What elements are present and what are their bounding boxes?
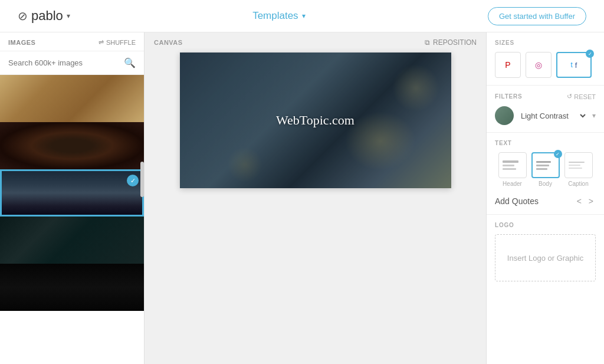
text-label: TEXT <box>495 140 596 146</box>
scrollbar-thumb[interactable] <box>140 162 144 197</box>
reset-icon: ↺ <box>567 93 572 100</box>
header-text-icon <box>498 152 527 178</box>
header-text-button[interactable]: Header <box>498 152 527 187</box>
canvas-image[interactable]: WebTopic.com <box>180 53 451 188</box>
header-label: Header <box>503 181 522 187</box>
panel-tabs: IMAGES ⇌ SHUFFLE <box>0 32 144 51</box>
templates-label: Templates <box>252 10 298 22</box>
selected-badge: ✓ <box>127 175 139 186</box>
search-icon[interactable]: 🔍 <box>124 57 136 68</box>
sizes-section: SIZES P ◎ ✓ t f <box>487 32 604 86</box>
logo-caret[interactable]: ▾ <box>67 12 70 20</box>
image-item[interactable] <box>0 122 144 169</box>
shuffle-button[interactable]: ⇌ SHUFFLE <box>99 38 136 46</box>
size-pinterest-button[interactable]: P <box>495 52 521 78</box>
main-layout: IMAGES ⇌ SHUFFLE 🔍 ✓ CANVAS ⧉ <box>0 32 604 364</box>
caption-text-icon <box>564 152 593 178</box>
templates-button[interactable]: Templates ▾ <box>252 10 305 22</box>
reposition-icon: ⧉ <box>425 38 430 47</box>
shuffle-icon: ⇌ <box>99 38 104 46</box>
filters-section: FILTERS ↺ RESET Light Contrast No Filter… <box>487 86 604 133</box>
image-item[interactable]: ✓ <box>0 169 144 217</box>
get-started-button[interactable]: Get started with Buffer <box>488 7 586 25</box>
text-section: TEXT Header ✓ <box>487 133 604 215</box>
facebook-icon: f <box>575 61 577 70</box>
sizes-grid: P ◎ ✓ t f <box>495 52 596 78</box>
reset-button[interactable]: ↺ RESET <box>567 93 596 100</box>
search-input[interactable] <box>8 58 119 67</box>
logo-section-label: LOGO <box>495 222 596 228</box>
right-panel: SIZES P ◎ ✓ t f FILTERS ↺ <box>486 32 604 364</box>
insert-logo-button[interactable]: Insert Logo or Graphic <box>495 234 596 281</box>
filters-label: FILTERS <box>495 93 523 100</box>
image-list: ✓ <box>0 75 144 364</box>
caption-label: Caption <box>568 181 588 187</box>
twitter-icon: t <box>571 61 573 69</box>
caption-text-button[interactable]: Caption <box>564 152 593 187</box>
text-options: Header ✓ Body <box>495 152 596 187</box>
size-instagram-button[interactable]: ◎ <box>526 52 552 78</box>
canvas-area: WebTopic.com <box>145 53 486 364</box>
instagram-icon: ◎ <box>535 60 542 70</box>
image-item[interactable] <box>0 75 144 122</box>
images-tab-label[interactable]: IMAGES <box>8 39 35 46</box>
sizes-label: SIZES <box>495 40 596 46</box>
center-panel: CANVAS ⧉ REPOSITION WebTopic.com <box>145 32 486 364</box>
insert-logo-label: Insert Logo or Graphic <box>507 254 583 263</box>
filter-select-wrap: Light Contrast No Filter Dark Contrast G… <box>495 106 596 125</box>
image-item[interactable] <box>0 217 144 264</box>
canvas-text[interactable]: WebTopic.com <box>276 113 354 128</box>
left-panel: IMAGES ⇌ SHUFFLE 🔍 ✓ <box>0 32 145 364</box>
logo-area: ⊘ pablo ▾ <box>18 8 70 24</box>
canvas-header: CANVAS ⧉ REPOSITION <box>145 32 486 53</box>
filter-caret-icon: ▾ <box>592 112 596 120</box>
canvas-label: CANVAS <box>154 39 183 46</box>
reposition-button[interactable]: ⧉ REPOSITION <box>425 38 477 47</box>
filters-header: FILTERS ↺ RESET <box>495 93 596 100</box>
header: ⊘ pablo ▾ Templates ▾ Get started with B… <box>0 0 604 32</box>
add-quotes-text[interactable]: Add Quotes <box>495 196 539 206</box>
next-quote-button[interactable]: > <box>586 195 596 207</box>
size-twitter-facebook-button[interactable]: ✓ t f <box>556 52 592 78</box>
pinterest-icon: P <box>505 60 510 70</box>
arrow-buttons: < > <box>575 195 596 207</box>
filter-preview <box>495 106 514 125</box>
logo-text: pablo <box>31 8 63 24</box>
reset-label: RESET <box>574 93 596 100</box>
check-badge: ✓ <box>586 50 594 58</box>
body-check-badge: ✓ <box>554 150 562 158</box>
body-text-icon: ✓ <box>531 152 560 178</box>
body-text-button[interactable]: ✓ Body <box>531 152 560 187</box>
templates-caret: ▾ <box>302 12 306 20</box>
pablo-icon: ⊘ <box>18 9 28 23</box>
add-quotes-row: Add Quotes < > <box>495 192 596 207</box>
reposition-label: REPOSITION <box>433 38 477 47</box>
image-item[interactable] <box>0 264 144 311</box>
search-area: 🔍 <box>0 51 144 75</box>
filter-dropdown[interactable]: Light Contrast No Filter Dark Contrast G… <box>518 111 587 121</box>
prev-quote-button[interactable]: < <box>575 195 584 207</box>
shuffle-label: SHUFFLE <box>106 39 136 46</box>
body-label: Body <box>539 181 552 187</box>
logo-section: LOGO Insert Logo or Graphic <box>487 215 604 288</box>
